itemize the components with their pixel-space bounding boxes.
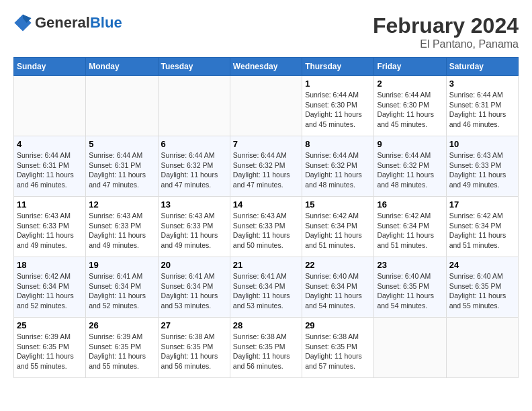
- calendar-cell: [446, 318, 518, 378]
- calendar-cell: 15Sunrise: 6:42 AMSunset: 6:34 PMDayligh…: [302, 197, 374, 257]
- page-title: February 2024: [373, 13, 519, 38]
- calendar-body: 1Sunrise: 6:44 AMSunset: 6:30 PMDaylight…: [14, 76, 519, 378]
- calendar-cell: 3Sunrise: 6:44 AMSunset: 6:31 PMDaylight…: [446, 76, 518, 136]
- weekday-header: Monday: [86, 58, 158, 76]
- calendar-cell: 20Sunrise: 6:41 AMSunset: 6:34 PMDayligh…: [158, 257, 230, 318]
- day-number: 3: [449, 79, 515, 89]
- calendar-cell: 4Sunrise: 6:44 AMSunset: 6:31 PMDaylight…: [14, 136, 86, 197]
- day-info: Sunrise: 6:44 AMSunset: 6:30 PMDaylight:…: [377, 90, 443, 130]
- day-number: 25: [17, 320, 83, 330]
- day-number: 23: [377, 260, 443, 270]
- calendar-cell: 28Sunrise: 6:38 AMSunset: 6:35 PMDayligh…: [230, 318, 302, 378]
- day-number: 17: [449, 199, 515, 210]
- day-info: Sunrise: 6:44 AMSunset: 6:30 PMDaylight:…: [305, 90, 371, 130]
- day-info: Sunrise: 6:40 AMSunset: 6:35 PMDaylight:…: [449, 271, 515, 311]
- header-row: SundayMondayTuesdayWednesdayThursdayFrid…: [14, 58, 519, 76]
- day-number: 11: [17, 199, 83, 210]
- day-number: 15: [305, 199, 371, 210]
- calendar-cell: 19Sunrise: 6:41 AMSunset: 6:34 PMDayligh…: [86, 257, 158, 318]
- page-subtitle: El Pantano, Panama: [373, 38, 519, 50]
- calendar-table: SundayMondayTuesdayWednesdayThursdayFrid…: [13, 57, 519, 378]
- calendar-week-row: 4Sunrise: 6:44 AMSunset: 6:31 PMDaylight…: [14, 136, 519, 197]
- calendar-cell: 18Sunrise: 6:42 AMSunset: 6:34 PMDayligh…: [14, 257, 86, 318]
- calendar-cell: [86, 76, 158, 136]
- title-block: February 2024 El Pantano, Panama: [373, 13, 519, 50]
- calendar-cell: 29Sunrise: 6:38 AMSunset: 6:35 PMDayligh…: [302, 318, 374, 378]
- day-info: Sunrise: 6:44 AMSunset: 6:32 PMDaylight:…: [161, 150, 227, 190]
- page-header: GeneralBlue February 2024 El Pantano, Pa…: [13, 13, 519, 50]
- calendar-cell: 25Sunrise: 6:39 AMSunset: 6:35 PMDayligh…: [14, 318, 86, 378]
- day-info: Sunrise: 6:41 AMSunset: 6:34 PMDaylight:…: [89, 271, 154, 311]
- day-number: 29: [305, 320, 371, 330]
- day-info: Sunrise: 6:38 AMSunset: 6:35 PMDaylight:…: [233, 332, 299, 371]
- calendar-cell: 23Sunrise: 6:40 AMSunset: 6:35 PMDayligh…: [374, 257, 446, 318]
- calendar-cell: 17Sunrise: 6:42 AMSunset: 6:34 PMDayligh…: [446, 197, 518, 257]
- day-number: 19: [89, 260, 154, 270]
- calendar-header: SundayMondayTuesdayWednesdayThursdayFrid…: [14, 58, 519, 76]
- day-info: Sunrise: 6:43 AMSunset: 6:33 PMDaylight:…: [233, 211, 299, 250]
- calendar-cell: [158, 76, 230, 136]
- day-info: Sunrise: 6:41 AMSunset: 6:34 PMDaylight:…: [233, 271, 299, 311]
- logo-general-text: General: [35, 14, 90, 31]
- day-info: Sunrise: 6:38 AMSunset: 6:35 PMDaylight:…: [161, 332, 227, 371]
- day-number: 4: [17, 139, 83, 149]
- calendar-week-row: 1Sunrise: 6:44 AMSunset: 6:30 PMDaylight…: [14, 76, 519, 136]
- day-number: 26: [89, 320, 154, 330]
- day-number: 7: [233, 139, 299, 149]
- day-number: 9: [377, 139, 443, 149]
- calendar-cell: 27Sunrise: 6:38 AMSunset: 6:35 PMDayligh…: [158, 318, 230, 378]
- day-number: 27: [161, 320, 227, 330]
- calendar-cell: 13Sunrise: 6:43 AMSunset: 6:33 PMDayligh…: [158, 197, 230, 257]
- calendar-cell: 10Sunrise: 6:43 AMSunset: 6:33 PMDayligh…: [446, 136, 518, 197]
- day-info: Sunrise: 6:43 AMSunset: 6:33 PMDaylight:…: [17, 211, 83, 250]
- weekday-header: Sunday: [14, 58, 86, 76]
- day-number: 24: [449, 260, 515, 270]
- calendar-cell: 14Sunrise: 6:43 AMSunset: 6:33 PMDayligh…: [230, 197, 302, 257]
- day-number: 6: [161, 139, 227, 149]
- logo-icon: [13, 13, 32, 32]
- calendar-cell: [14, 76, 86, 136]
- day-number: 5: [89, 139, 154, 149]
- calendar-cell: 2Sunrise: 6:44 AMSunset: 6:30 PMDaylight…: [374, 76, 446, 136]
- calendar-cell: 21Sunrise: 6:41 AMSunset: 6:34 PMDayligh…: [230, 257, 302, 318]
- day-info: Sunrise: 6:41 AMSunset: 6:34 PMDaylight:…: [161, 271, 227, 311]
- weekday-header: Thursday: [302, 58, 374, 76]
- calendar-cell: 11Sunrise: 6:43 AMSunset: 6:33 PMDayligh…: [14, 197, 86, 257]
- weekday-header: Saturday: [446, 58, 518, 76]
- calendar-week-row: 11Sunrise: 6:43 AMSunset: 6:33 PMDayligh…: [14, 197, 519, 257]
- day-number: 14: [233, 199, 299, 210]
- calendar-cell: [230, 76, 302, 136]
- day-info: Sunrise: 6:43 AMSunset: 6:33 PMDaylight:…: [89, 211, 154, 250]
- calendar-cell: 6Sunrise: 6:44 AMSunset: 6:32 PMDaylight…: [158, 136, 230, 197]
- day-info: Sunrise: 6:42 AMSunset: 6:34 PMDaylight:…: [449, 211, 515, 250]
- day-number: 2: [377, 79, 443, 89]
- calendar-cell: 12Sunrise: 6:43 AMSunset: 6:33 PMDayligh…: [86, 197, 158, 257]
- day-number: 28: [233, 320, 299, 330]
- day-info: Sunrise: 6:39 AMSunset: 6:35 PMDaylight:…: [89, 332, 154, 371]
- day-info: Sunrise: 6:42 AMSunset: 6:34 PMDaylight:…: [17, 271, 83, 311]
- day-info: Sunrise: 6:44 AMSunset: 6:31 PMDaylight:…: [89, 150, 154, 190]
- day-info: Sunrise: 6:44 AMSunset: 6:32 PMDaylight:…: [233, 150, 299, 190]
- calendar-cell: 7Sunrise: 6:44 AMSunset: 6:32 PMDaylight…: [230, 136, 302, 197]
- day-number: 8: [305, 139, 371, 149]
- day-info: Sunrise: 6:38 AMSunset: 6:35 PMDaylight:…: [305, 332, 371, 371]
- day-info: Sunrise: 6:42 AMSunset: 6:34 PMDaylight:…: [377, 211, 443, 250]
- logo-blue-text: Blue: [90, 14, 122, 31]
- day-info: Sunrise: 6:44 AMSunset: 6:32 PMDaylight:…: [377, 150, 443, 190]
- day-number: 22: [305, 260, 371, 270]
- day-info: Sunrise: 6:42 AMSunset: 6:34 PMDaylight:…: [305, 211, 371, 250]
- calendar-cell: 24Sunrise: 6:40 AMSunset: 6:35 PMDayligh…: [446, 257, 518, 318]
- day-number: 12: [89, 199, 154, 210]
- day-number: 18: [17, 260, 83, 270]
- day-number: 21: [233, 260, 299, 270]
- day-info: Sunrise: 6:43 AMSunset: 6:33 PMDaylight:…: [449, 150, 515, 190]
- weekday-header: Tuesday: [158, 58, 230, 76]
- weekday-header: Wednesday: [230, 58, 302, 76]
- day-number: 20: [161, 260, 227, 270]
- calendar-cell: 5Sunrise: 6:44 AMSunset: 6:31 PMDaylight…: [86, 136, 158, 197]
- day-info: Sunrise: 6:44 AMSunset: 6:32 PMDaylight:…: [305, 150, 371, 190]
- calendar-cell: [374, 318, 446, 378]
- calendar-week-row: 18Sunrise: 6:42 AMSunset: 6:34 PMDayligh…: [14, 257, 519, 318]
- day-info: Sunrise: 6:44 AMSunset: 6:31 PMDaylight:…: [449, 90, 515, 130]
- day-info: Sunrise: 6:40 AMSunset: 6:34 PMDaylight:…: [305, 271, 371, 311]
